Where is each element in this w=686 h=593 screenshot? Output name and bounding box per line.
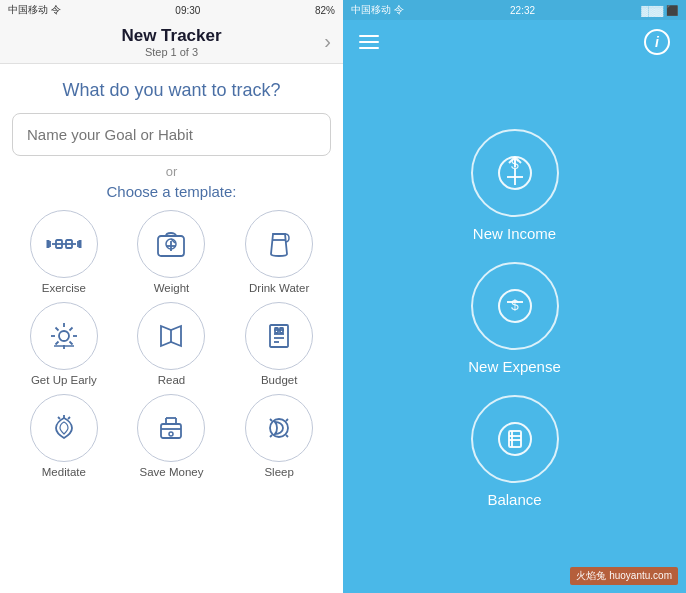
template-label-budget: Budget [261, 374, 297, 386]
finance-circle-new-income: $ [471, 129, 559, 217]
template-label-read: Read [158, 374, 186, 386]
template-circle-weight [137, 210, 205, 278]
question-label: What do you want to track? [12, 80, 331, 101]
template-sleep[interactable]: Sleep [227, 394, 331, 478]
svg-line-40 [270, 419, 272, 421]
template-grid: Exercise Weight [12, 210, 331, 478]
goal-input[interactable] [12, 113, 331, 156]
hamburger-line-3 [359, 47, 379, 49]
screen-title: New Tracker [121, 26, 221, 46]
info-icon[interactable]: i [644, 29, 670, 55]
svg-line-20 [69, 328, 72, 331]
svg-point-39 [270, 419, 288, 437]
template-save-money[interactable]: Save Money [120, 394, 224, 478]
finance-label-new-income: New Income [473, 225, 556, 242]
left-content: What do you want to track? or Choose a t… [0, 64, 343, 593]
svg-point-13 [59, 331, 69, 341]
svg-rect-23 [270, 325, 288, 347]
status-bar-right: 中国移动 令 22:32 ▓▓▓ ⬛ [343, 0, 686, 20]
template-budget[interactable]: Budget [227, 302, 331, 386]
right-panel: 中国移动 令 22:32 ▓▓▓ ⬛ i $ [343, 0, 686, 593]
finance-circle-balance [471, 395, 559, 483]
time-left: 09:30 [175, 5, 200, 16]
svg-line-31 [58, 417, 60, 419]
template-circle-save-money [137, 394, 205, 462]
hamburger-line-1 [359, 35, 379, 37]
template-label-save-money: Save Money [140, 466, 204, 478]
template-drink-water[interactable]: Drink Water [227, 210, 331, 294]
finance-circle-new-expense: $ [471, 262, 559, 350]
finance-items: $ New Income $ New Expense [343, 64, 686, 593]
template-circle-drink-water [245, 210, 313, 278]
choose-template-label: Choose a template: [12, 183, 331, 200]
menu-icon[interactable] [359, 35, 379, 49]
time-right: 22:32 [510, 5, 535, 16]
template-circle-read [137, 302, 205, 370]
left-panel: 中国移动 令 09:30 82% New Tracker Step 1 of 3… [0, 0, 343, 593]
carrier-left: 中国移动 令 [8, 3, 61, 17]
or-label: or [12, 164, 331, 179]
template-circle-budget [245, 302, 313, 370]
finance-item-new-expense[interactable]: $ New Expense [468, 262, 561, 375]
template-label-exercise: Exercise [42, 282, 86, 294]
battery-right: ▓▓▓ ⬛ [641, 5, 678, 16]
template-circle-get-up-early [30, 302, 98, 370]
hamburger-line-2 [359, 41, 379, 43]
svg-line-21 [55, 342, 58, 345]
finance-label-balance: Balance [487, 491, 541, 508]
svg-line-19 [69, 342, 72, 345]
template-meditate[interactable]: Meditate [12, 394, 116, 478]
battery-left: 82% [315, 5, 335, 16]
template-circle-meditate [30, 394, 98, 462]
template-label-weight: Weight [154, 282, 190, 294]
template-label-drink-water: Drink Water [249, 282, 309, 294]
watermark: 火焰兔 huoyantu.com [570, 567, 678, 585]
finance-item-new-income[interactable]: $ New Income [471, 129, 559, 242]
svg-line-42 [270, 435, 272, 437]
carrier-right: 中国移动 令 [351, 3, 404, 17]
svg-line-43 [286, 435, 288, 437]
svg-point-38 [169, 432, 173, 436]
finance-item-balance[interactable]: Balance [471, 395, 559, 508]
right-nav: i [343, 20, 686, 64]
svg-line-18 [55, 328, 58, 331]
nav-next-button[interactable]: › [324, 30, 331, 53]
step-indicator: Step 1 of 3 [121, 46, 221, 58]
template-read[interactable]: Read [120, 302, 224, 386]
template-label-get-up-early: Get Up Early [31, 374, 97, 386]
template-label-sleep: Sleep [264, 466, 293, 478]
svg-text:$: $ [511, 297, 519, 313]
svg-line-32 [68, 417, 70, 419]
template-get-up-early[interactable]: Get Up Early [12, 302, 116, 386]
template-circle-sleep [245, 394, 313, 462]
svg-line-41 [286, 419, 288, 421]
nav-title: New Tracker Step 1 of 3 [121, 26, 221, 58]
nav-bar-left: New Tracker Step 1 of 3 › [0, 20, 343, 64]
template-weight[interactable]: Weight [120, 210, 224, 294]
template-circle-exercise [30, 210, 98, 278]
template-exercise[interactable]: Exercise [12, 210, 116, 294]
finance-label-new-expense: New Expense [468, 358, 561, 375]
template-label-meditate: Meditate [42, 466, 86, 478]
status-bar-left: 中国移动 令 09:30 82% [0, 0, 343, 20]
